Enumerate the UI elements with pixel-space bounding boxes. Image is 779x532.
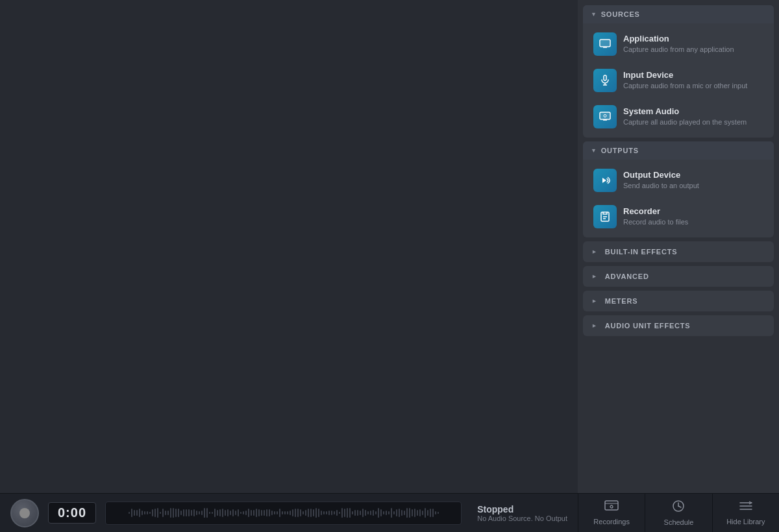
output-device-subtitle: Send audio to an output [623,181,699,190]
sources-section: ▼ SOURCES Application Cap [583,5,774,138]
svg-line-21 [678,506,681,507]
svg-rect-8 [600,113,610,119]
status-text: Stopped [477,504,513,514]
recorder-title: Recorder [623,206,688,216]
meters-chevron-icon: ▼ [591,298,597,304]
output-device-icon [593,169,617,192]
system-audio-icon [593,105,617,128]
recordings-label: Recordings [593,518,630,526]
outputs-section: ▼ OUTPUTS Output Device Send audio to an [583,141,774,237]
svg-point-18 [610,505,613,508]
hide-library-icon [739,500,753,515]
sources-chevron-icon: ▼ [591,11,597,18]
recorder-subtitle: Record audio to files [623,217,688,226]
svg-rect-4 [604,75,606,80]
meters-section[interactable]: ▼ METERS [583,291,774,311]
built-in-effects-label: BUILT-IN EFFECTS [605,248,678,256]
schedule-icon [672,500,685,516]
audio-unit-effects-section[interactable]: ▼ AUDIO UNIT EFFECTS [583,315,774,336]
sources-label: SOURCES [601,10,640,18]
hide-library-button[interactable]: Hide Library [713,494,779,532]
recordings-icon [604,500,619,515]
recorder-text: Recorder Record audio to files [623,206,688,226]
waveform-visualization [129,508,439,518]
outputs-items: Output Device Send audio to an output [583,160,774,237]
system-audio-text: System Audio Capture all audio played on… [623,106,747,127]
meters-label: METERS [605,297,638,305]
input-device-text: Input Device Capture audio from a mic or… [623,70,747,90]
source-application[interactable]: Application Capture audio from any appli… [587,27,770,61]
transport-area: 0:00 Stopped No Audio Source. No Output [0,499,578,527]
audio-unit-effects-chevron-icon: ▼ [591,322,597,329]
application-subtitle: Capture audio from any application [623,45,734,54]
advanced-label: ADVANCED [605,272,649,280]
sidebar: ▼ SOURCES Application Cap [578,0,779,493]
system-audio-subtitle: Capture all audio played on the system [623,117,747,127]
source-input-device[interactable]: Input Device Capture audio from a mic or… [587,64,770,97]
input-device-subtitle: Capture audio from a mic or other input [623,81,747,90]
bottom-buttons: Recordings Schedule [578,494,779,532]
record-inner-icon [19,508,30,518]
output-device-title: Output Device [623,170,699,180]
built-in-effects-chevron-icon: ▼ [591,248,597,255]
bottom-bar: 0:00 Stopped No Audio Source. No Output … [0,493,779,532]
sources-items: Application Capture audio from any appli… [583,23,774,138]
time-display: 0:00 [48,502,96,524]
system-audio-title: System Audio [623,106,747,116]
status-sub-text: No Audio Source. No Output [477,514,567,522]
advanced-section[interactable]: ▼ ADVANCED [583,266,774,287]
svg-rect-1 [600,40,610,46]
canvas-area [0,0,578,493]
outputs-header[interactable]: ▼ OUTPUTS [583,141,774,160]
waveform-area [105,502,462,525]
recorder-icon [593,205,617,228]
svg-marker-12 [602,178,606,183]
output-device-text: Output Device Send audio to an output [623,170,699,190]
record-button[interactable] [10,499,39,527]
schedule-label: Schedule [664,518,694,526]
outputs-chevron-icon: ▼ [591,147,597,154]
application-text: Application Capture audio from any appli… [623,34,734,54]
schedule-button[interactable]: Schedule [645,494,712,532]
recorder[interactable]: Recorder Record audio to files [587,200,770,234]
hide-library-label: Hide Library [726,518,765,526]
input-device-icon [593,69,617,92]
status-area: Stopped No Audio Source. No Output [477,504,567,522]
advanced-chevron-icon: ▼ [591,273,597,280]
output-device[interactable]: Output Device Send audio to an output [587,163,770,197]
application-icon [593,32,617,56]
main-area: ▼ SOURCES Application Cap [0,0,779,493]
source-system-audio[interactable]: System Audio Capture all audio played on… [587,100,770,134]
sources-header[interactable]: ▼ SOURCES [583,5,774,23]
recordings-button[interactable]: Recordings [578,494,645,532]
built-in-effects-section[interactable]: ▼ BUILT-IN EFFECTS [583,241,774,262]
audio-unit-effects-label: AUDIO UNIT EFFECTS [605,322,691,330]
application-title: Application [623,34,734,43]
outputs-label: OUTPUTS [601,147,639,154]
input-device-title: Input Device [623,70,747,80]
